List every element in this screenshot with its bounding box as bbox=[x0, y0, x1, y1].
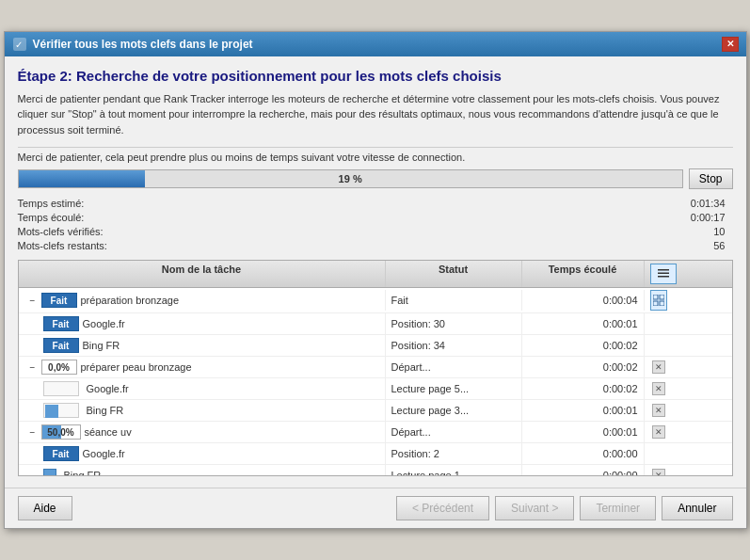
svg-rect-2 bbox=[658, 269, 669, 271]
expand-icon[interactable]: − bbox=[28, 362, 38, 373]
aide-button[interactable]: Aide bbox=[18, 496, 72, 520]
row-name-cell: Fait Google.fr bbox=[19, 313, 386, 334]
small-blue-badge bbox=[43, 469, 56, 476]
row-action: ✕ bbox=[645, 465, 673, 476]
row-temps: 0:00:02 bbox=[522, 357, 645, 377]
close-button[interactable]: ✕ bbox=[722, 37, 739, 52]
wait-text: Merci de patienter, cela peut prendre pl… bbox=[18, 152, 733, 163]
table-row: − 0,0% préparer peau bronzage Départ... … bbox=[19, 357, 732, 378]
row-name-cell: Fait Google.fr bbox=[19, 443, 386, 464]
expand-icon[interactable]: − bbox=[28, 427, 38, 438]
temps-ecoule-value: 0:00:17 bbox=[159, 211, 733, 224]
terminer-button[interactable]: Terminer bbox=[580, 496, 656, 520]
row-statut: Lecture page 3... bbox=[386, 400, 522, 421]
svg-rect-3 bbox=[658, 273, 669, 275]
table-row: − Fait préparation bronzage Fait 0:00:04 bbox=[19, 288, 732, 313]
svg-rect-4 bbox=[658, 276, 669, 278]
precedent-button[interactable]: < Précédent bbox=[396, 496, 489, 520]
task-name: Bing FR bbox=[64, 470, 102, 476]
row-statut: Lecture page 5... bbox=[386, 378, 522, 399]
task-name: préparation bronzage bbox=[81, 295, 180, 306]
suivant-button[interactable]: Suivant > bbox=[495, 496, 574, 520]
svg-rect-8 bbox=[660, 301, 664, 306]
cancel-icon[interactable]: ✕ bbox=[652, 469, 665, 476]
table-row: Bing FR Lecture page 3... 0:00:01 ✕ bbox=[19, 400, 732, 422]
table-header: Nom de la tâche Statut Temps écoulé bbox=[19, 261, 732, 288]
annuler-button[interactable]: Annuler bbox=[662, 496, 732, 520]
status-badge-fait: Fait bbox=[43, 446, 79, 461]
stop-button[interactable]: Stop bbox=[689, 168, 733, 189]
title-bar-left: ✓ Vérifier tous les mots clefs dans le p… bbox=[12, 37, 253, 52]
table-row: Google.fr Lecture page 5... 0:00:02 ✕ bbox=[19, 378, 732, 400]
row-temps: 0:00:01 bbox=[522, 400, 645, 421]
row-temps: 0:00:02 bbox=[522, 335, 645, 356]
progress-row: 19 % Stop bbox=[18, 168, 733, 189]
step-description: Merci de patienter pendant que Rank Trac… bbox=[18, 91, 733, 138]
cancel-icon[interactable]: ✕ bbox=[652, 404, 665, 417]
row-statut: Départ... bbox=[386, 357, 522, 377]
window-title: Vérifier tous les mots clefs dans le pro… bbox=[33, 38, 253, 51]
step-title: Étape 2: Recherche de votre positionneme… bbox=[18, 68, 733, 84]
title-bar: ✓ Vérifier tous les mots clefs dans le p… bbox=[5, 32, 746, 56]
row-statut: Fait bbox=[386, 290, 522, 311]
task-table: Nom de la tâche Statut Temps écoulé bbox=[18, 260, 733, 476]
row-temps: 0:00:00 bbox=[522, 465, 645, 476]
row-name-cell: − 0,0% préparer peau bronzage bbox=[19, 357, 386, 377]
cancel-icon[interactable]: ✕ bbox=[652, 360, 665, 374]
col-header-name: Nom de la tâche bbox=[19, 261, 386, 287]
column-settings-icon[interactable] bbox=[650, 264, 677, 284]
row-name-cell: Bing FR bbox=[19, 465, 386, 476]
status-badge-fait: Fait bbox=[41, 293, 77, 308]
row-name-cell: − Fait préparation bronzage bbox=[19, 290, 386, 311]
table-row: Bing FR Lecture page 1... 0:00:00 ✕ bbox=[19, 465, 732, 476]
row-temps: 0:00:01 bbox=[522, 422, 645, 442]
row-action: ✕ bbox=[645, 400, 673, 421]
temps-estime-value: 0:01:34 bbox=[159, 197, 733, 210]
row-action: ✕ bbox=[645, 378, 673, 399]
row-temps: 0:00:04 bbox=[522, 290, 645, 311]
main-window: ✓ Vérifier tous les mots clefs dans le p… bbox=[4, 31, 747, 530]
row-statut: Position: 34 bbox=[386, 335, 522, 356]
expand-icon[interactable]: − bbox=[28, 296, 38, 306]
footer-nav-buttons: < Précédent Suivant > Terminer Annuler bbox=[396, 496, 732, 520]
col-header-statut: Statut bbox=[386, 261, 522, 287]
task-name: Google.fr bbox=[83, 318, 125, 329]
cancel-icon[interactable]: ✕ bbox=[652, 425, 665, 439]
status-badge-fait: Fait bbox=[43, 316, 79, 331]
row-action bbox=[645, 288, 673, 312]
row-name-cell: Fait Bing FR bbox=[19, 335, 386, 356]
table-view-icon[interactable] bbox=[650, 290, 667, 311]
footer: Aide < Précédent Suivant > Terminer Annu… bbox=[5, 488, 746, 528]
app-icon: ✓ bbox=[12, 37, 27, 52]
progress-bar-container: 19 % bbox=[18, 169, 683, 188]
col-header-temps: Temps écoulé bbox=[522, 261, 645, 287]
row-action bbox=[645, 313, 673, 334]
task-name: séance uv bbox=[85, 426, 132, 438]
row-statut: Lecture page 1... bbox=[386, 465, 522, 476]
partial-badge bbox=[43, 403, 79, 418]
table-row: Fait Bing FR Position: 34 0:00:02 bbox=[19, 335, 732, 357]
row-name-cell: Bing FR bbox=[19, 400, 386, 421]
table-row: Fait Google.fr Position: 30 0:00:01 bbox=[19, 313, 732, 335]
task-name: Bing FR bbox=[87, 405, 124, 416]
main-content: Étape 2: Recherche de votre positionneme… bbox=[5, 56, 746, 488]
row-temps: 0:00:01 bbox=[522, 313, 645, 334]
svg-rect-5 bbox=[653, 295, 658, 299]
row-action bbox=[645, 443, 673, 464]
temps-ecoule-label: Temps écoulé: bbox=[18, 211, 159, 224]
task-name: Google.fr bbox=[87, 383, 129, 394]
table-row: Fait Google.fr Position: 2 0:00:00 bbox=[19, 443, 732, 465]
cancel-icon[interactable]: ✕ bbox=[652, 382, 665, 395]
status-badge-fait: Fait bbox=[43, 338, 79, 353]
separator-1 bbox=[18, 147, 733, 148]
temps-estime-label: Temps estimé: bbox=[18, 197, 159, 210]
row-statut: Départ... bbox=[386, 422, 522, 442]
progress-bar-fill bbox=[19, 170, 145, 187]
col-header-actions bbox=[645, 261, 673, 287]
mots-restants-label: Mots-clefs restants: bbox=[18, 239, 159, 252]
task-name: Google.fr bbox=[83, 448, 125, 459]
task-name: préparer peau bronzage bbox=[81, 361, 192, 373]
row-temps: 0:00:02 bbox=[522, 378, 645, 399]
row-statut: Position: 30 bbox=[386, 313, 522, 334]
mots-verifies-value: 10 bbox=[159, 225, 733, 238]
